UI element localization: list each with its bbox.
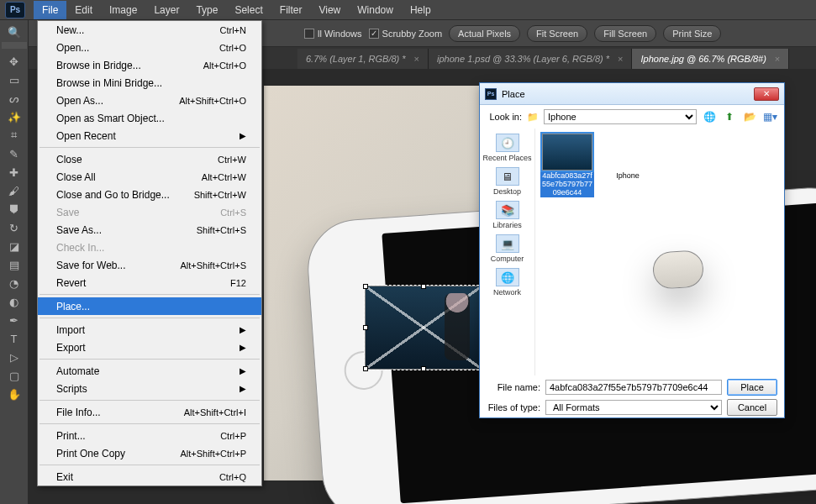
document-tab[interactable]: 6.7% (Layer 1, RGB/8) *×: [297, 49, 429, 69]
document-tab[interactable]: Iphone.jpg @ 66.7% (RGB/8#)×: [632, 49, 789, 69]
file-menu-item[interactable]: Close AllAlt+Ctrl+W: [38, 168, 261, 186]
place-network[interactable]: 🌐Network: [480, 266, 534, 298]
file-menu-item[interactable]: Open Recent▶: [38, 127, 261, 144]
file-menu-item[interactable]: Export▶: [38, 339, 261, 356]
file-menu-item[interactable]: File Info...Alt+Shift+Ctrl+I: [38, 403, 261, 421]
crop-tool-icon[interactable]: ⌗: [4, 127, 24, 144]
menu-file[interactable]: File: [34, 1, 66, 19]
file-menu-item[interactable]: Browse in Bridge...Alt+Ctrl+O: [38, 56, 261, 74]
close-icon[interactable]: ×: [775, 54, 780, 64]
place-libraries[interactable]: 📚Libraries: [480, 199, 534, 231]
document-tab-label: iphone 1.psd @ 33.3% (Layer 6, RGB/8) *: [437, 54, 609, 64]
marquee-tool-icon[interactable]: ▭: [4, 71, 24, 88]
file-menu-item[interactable]: Scripts▶: [38, 380, 261, 397]
actual-pixels-button[interactable]: Actual Pixels: [449, 25, 520, 42]
menu-item-shortcut: Ctrl+P: [220, 431, 246, 441]
menu-item-label: Close All: [56, 171, 96, 183]
eyedropper-tool-icon[interactable]: ✎: [4, 145, 24, 162]
menu-image[interactable]: Image: [101, 1, 145, 19]
brush-tool-icon[interactable]: 🖌: [4, 182, 24, 199]
place-label: Network: [493, 288, 521, 297]
file-menu-item[interactable]: Open...Ctrl+O: [38, 39, 261, 56]
menu-view[interactable]: View: [310, 1, 349, 19]
place-computer[interactable]: 💻Computer: [480, 233, 534, 265]
views-icon[interactable]: ▦▾: [762, 109, 777, 124]
up-icon[interactable]: ⬆: [722, 109, 737, 124]
history-brush-tool-icon[interactable]: ↻: [4, 219, 24, 236]
zoom-tool-icon[interactable]: 🔍: [4, 24, 24, 40]
fit-screen-button[interactable]: Fit Screen: [527, 25, 587, 42]
lookin-select[interactable]: Iphone: [544, 109, 697, 124]
placed-layer-transform[interactable]: [365, 286, 482, 370]
file-menu-item[interactable]: Import▶: [38, 321, 261, 339]
menubar: Ps File Edit Image Layer Type Select Fil…: [0, 0, 816, 20]
file-menu-item[interactable]: RevertF12: [38, 274, 261, 291]
dialog-titlebar[interactable]: Ps Place ✕: [480, 83, 784, 105]
file-item[interactable]: 4abfca083a27f55e7b5797b7709e6c44: [540, 134, 594, 197]
menu-edit[interactable]: Edit: [66, 1, 101, 19]
menu-item-label: Place...: [56, 301, 90, 312]
dialog-close-button[interactable]: ✕: [754, 87, 779, 101]
type-tool-icon[interactable]: T: [4, 330, 24, 347]
back-icon[interactable]: 🌐: [702, 109, 717, 124]
menu-item-label: File Info...: [56, 407, 101, 418]
filename-input[interactable]: [545, 380, 722, 395]
place-recent[interactable]: 🕘Recent Places: [480, 132, 534, 164]
place-label: Libraries: [492, 221, 522, 229]
document-tab[interactable]: iphone 1.psd @ 33.3% (Layer 6, RGB/8) *×: [429, 49, 632, 69]
file-menu-item[interactable]: Open as Smart Object...: [38, 109, 261, 127]
file-menu-item: SaveCtrl+S: [38, 203, 261, 221]
place-desktop[interactable]: 🖥Desktop: [480, 165, 534, 197]
toolbox-collapse-handle[interactable]: [2, 42, 27, 49]
place-button[interactable]: Place: [727, 379, 777, 396]
menu-item-shortcut: Shift+Ctrl+W: [194, 190, 246, 200]
file-menu-item[interactable]: New...Ctrl+N: [38, 21, 261, 39]
menu-filter[interactable]: Filter: [271, 1, 311, 19]
menu-layer[interactable]: Layer: [145, 1, 187, 19]
gradient-tool-icon[interactable]: ▤: [4, 256, 24, 273]
pen-tool-icon[interactable]: ✒: [4, 312, 24, 328]
new-folder-icon[interactable]: 📂: [742, 109, 757, 124]
blur-tool-icon[interactable]: ◔: [4, 275, 24, 291]
dialog-lookin-bar: Look in: 📁 Iphone 🌐 ⬆ 📂 ▦▾: [480, 105, 784, 129]
file-menu-item[interactable]: Browse in Mini Bridge...: [38, 74, 261, 92]
print-size-button[interactable]: Print Size: [663, 25, 721, 42]
path-tool-icon[interactable]: ▷: [4, 349, 24, 365]
menu-select[interactable]: Select: [226, 1, 271, 19]
file-item[interactable]: Iphone: [601, 134, 655, 181]
cancel-button[interactable]: Cancel: [727, 399, 777, 416]
stamp-tool-icon[interactable]: ⛊: [4, 201, 24, 218]
menu-window[interactable]: Window: [349, 1, 402, 19]
menu-item-label: Print...: [56, 430, 86, 442]
dodge-tool-icon[interactable]: ◐: [4, 293, 24, 310]
close-icon[interactable]: ×: [618, 54, 623, 64]
hand-tool-icon[interactable]: ✋: [4, 386, 24, 402]
wand-tool-icon[interactable]: ✨: [4, 108, 24, 125]
close-icon[interactable]: ×: [414, 54, 419, 64]
file-menu-item[interactable]: Automate▶: [38, 362, 261, 380]
move-tool-icon[interactable]: ✥: [4, 53, 24, 70]
file-menu-item[interactable]: Save for Web...Alt+Shift+Ctrl+S: [38, 256, 261, 274]
file-menu-item[interactable]: Close and Go to Bridge...Shift+Ctrl+W: [38, 186, 261, 203]
file-menu-item[interactable]: ExitCtrl+Q: [38, 468, 261, 486]
file-menu-item[interactable]: CloseCtrl+W: [38, 150, 261, 168]
file-menu-item[interactable]: Open As...Alt+Shift+Ctrl+O: [38, 92, 261, 109]
toolbox: 🔍 ✥ ▭ ᔕ ✨ ⌗ ✎ ✚ 🖌 ⛊ ↻ ◪ ▤ ◔ ◐ ✒ T ▷ ▢ ✋: [0, 20, 29, 504]
file-menu-item[interactable]: Print One CopyAlt+Shift+Ctrl+P: [38, 444, 261, 462]
file-menu-item[interactable]: Print...Ctrl+P: [38, 427, 261, 444]
menu-item-label: Import: [56, 324, 85, 336]
heal-tool-icon[interactable]: ✚: [4, 164, 24, 181]
all-windows-checkbox[interactable]: ll Windows: [304, 29, 362, 39]
file-menu-item[interactable]: Place...: [38, 297, 261, 315]
shape-tool-icon[interactable]: ▢: [4, 367, 24, 384]
scrubby-zoom-checkbox[interactable]: Scrubby Zoom: [369, 29, 443, 39]
eraser-tool-icon[interactable]: ◪: [4, 238, 24, 255]
menu-item-shortcut: Ctrl+Q: [219, 472, 246, 482]
fill-screen-button[interactable]: Fill Screen: [594, 25, 656, 42]
file-menu-item[interactable]: Save As...Shift+Ctrl+S: [38, 221, 261, 239]
filetype-select[interactable]: All Formats: [545, 400, 722, 415]
file-list[interactable]: 4abfca083a27f55e7b5797b7709e6c44 Iphone: [535, 129, 784, 375]
menu-help[interactable]: Help: [402, 1, 440, 19]
lasso-tool-icon[interactable]: ᔕ: [4, 90, 24, 107]
menu-type[interactable]: Type: [187, 1, 226, 19]
